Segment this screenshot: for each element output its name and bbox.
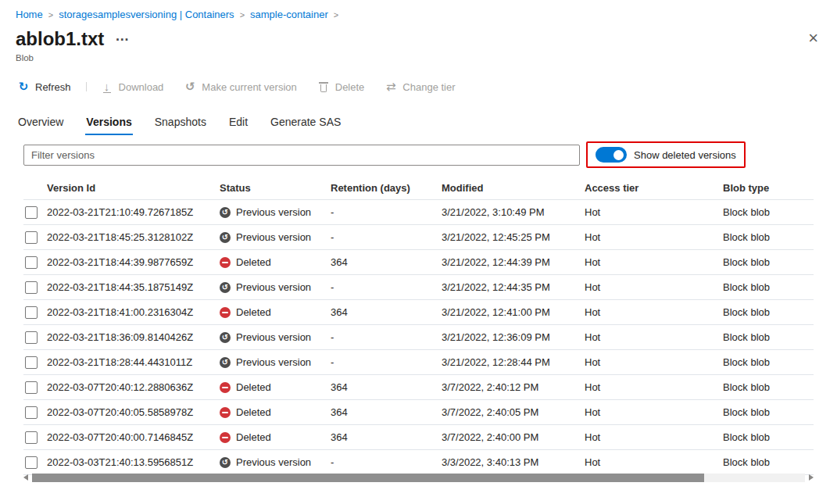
toggle-knob	[613, 150, 624, 160]
status-cell: Deleted	[220, 256, 331, 268]
previous-version-icon	[220, 282, 231, 293]
checkbox-cell	[23, 281, 47, 294]
snapshots[interactable]: Snapshots	[154, 114, 207, 135]
column-header-status[interactable]: Status	[220, 182, 331, 194]
scrollbar-right-arrow-icon[interactable]	[809, 474, 814, 481]
column-header-modified[interactable]: Modified	[442, 182, 585, 194]
refresh-icon	[17, 80, 30, 93]
column-header-access-tier[interactable]: Access tier	[585, 182, 723, 194]
versions-table-body: 2022-03-21T21:10:49.7267185Z Previous ve…	[23, 199, 814, 475]
scrollbar-thumb[interactable]	[32, 474, 704, 482]
status-label: Previous version	[236, 356, 311, 368]
breadcrumb-link[interactable]: storagesamplesversioning | Containers	[59, 9, 234, 20]
table-row[interactable]: 2022-03-21T18:45:25.3128102Z Previous ve…	[23, 225, 814, 250]
version-id-cell: 2022-03-21T18:44:35.1875149Z	[47, 281, 220, 293]
row-checkbox[interactable]	[25, 356, 38, 369]
status-label: Previous version	[236, 456, 311, 468]
modified-cell: 3/7/2022, 2:40:00 PM	[442, 431, 585, 443]
status-label: Deleted	[236, 306, 271, 318]
breadcrumb-item: storagesamplesversioning | Containers	[59, 9, 250, 20]
change-tier[interactable]: Change tier	[385, 80, 455, 93]
modified-cell: 3/21/2022, 12:28:44 PM	[442, 356, 585, 368]
access-tier-cell: Hot	[585, 256, 723, 268]
checkbox-cell	[23, 306, 47, 319]
status-cell: Previous version	[220, 206, 331, 218]
access-tier-cell: Hot	[585, 206, 723, 218]
row-checkbox[interactable]	[25, 306, 38, 319]
access-tier-cell: Hot	[585, 406, 723, 418]
table-row[interactable]: 2022-03-07T20:40:05.5858978Z Deleted 364…	[23, 400, 814, 425]
row-checkbox[interactable]	[25, 406, 38, 419]
show-deleted-toggle[interactable]	[596, 147, 627, 163]
access-tier-cell: Hot	[585, 231, 723, 243]
modified-cell: 3/21/2022, 3:10:49 PM	[442, 206, 585, 218]
version-id-cell: 2022-03-07T20:40:00.7146845Z	[47, 431, 220, 443]
breadcrumb-link[interactable]: sample-container	[250, 9, 328, 20]
show-deleted-label: Show deleted versions	[634, 149, 736, 161]
filter-versions-input[interactable]	[23, 145, 580, 166]
blob-type-cell: Block blob	[723, 206, 814, 218]
blob-type-cell: Block blob	[723, 231, 814, 243]
close-icon[interactable]: ×	[808, 30, 818, 47]
scrollbar-track[interactable]	[32, 474, 805, 482]
table-row[interactable]: 2022-03-07T20:40:00.7146845Z Deleted 364…	[23, 425, 814, 450]
download[interactable]: Download	[101, 80, 164, 93]
access-tier-cell: Hot	[585, 431, 723, 443]
table-row[interactable]: 2022-03-21T18:44:35.1875149Z Previous ve…	[23, 275, 814, 300]
delete[interactable]: Delete	[317, 80, 365, 93]
deleted-icon	[220, 432, 231, 443]
table-row[interactable]: 2022-03-21T18:28:44.4431011Z Previous ve…	[23, 350, 814, 375]
column-header-blob-type[interactable]: Blob type	[723, 182, 814, 194]
status-cell: Deleted	[220, 406, 331, 418]
table-row[interactable]: 2022-03-21T18:44:39.9877659Z Deleted 364…	[23, 250, 814, 275]
row-checkbox[interactable]	[25, 231, 38, 244]
row-checkbox[interactable]	[25, 431, 38, 444]
breadcrumb-link[interactable]: Home	[16, 9, 43, 20]
retention-cell: -	[331, 331, 442, 343]
scrollbar-left-arrow-icon[interactable]	[23, 474, 28, 481]
checkbox-cell	[23, 356, 47, 369]
blob-type-cell: Block blob	[723, 281, 814, 293]
modified-cell: 3/7/2022, 2:40:05 PM	[442, 406, 585, 418]
more-options-icon[interactable]: …	[115, 28, 130, 44]
toolbar-item-label: Download	[119, 81, 164, 93]
row-checkbox[interactable]	[25, 456, 38, 469]
previous-version-icon	[220, 332, 231, 343]
row-checkbox[interactable]	[25, 381, 38, 394]
download-icon	[101, 80, 113, 93]
refresh[interactable]: Refresh	[17, 80, 71, 93]
row-checkbox[interactable]	[25, 281, 38, 294]
checkbox-cell	[23, 431, 47, 444]
version-id-cell: 2022-03-07T20:40:12.2880636Z	[47, 381, 220, 393]
access-tier-cell: Hot	[585, 306, 723, 318]
table-row[interactable]: 2022-03-21T18:41:00.2316304Z Deleted 364…	[23, 300, 814, 325]
show-deleted-highlight-box: Show deleted versions	[586, 141, 746, 168]
table-row[interactable]: 2022-03-07T20:40:12.2880636Z Deleted 364…	[23, 375, 814, 400]
column-header-version-id[interactable]: Version Id	[47, 182, 220, 194]
modified-cell: 3/21/2022, 12:45:25 PM	[442, 231, 585, 243]
edit[interactable]: Edit	[228, 114, 249, 135]
row-checkbox[interactable]	[25, 206, 38, 219]
blob-type-cell: Block blob	[723, 356, 814, 368]
checkbox-cell	[23, 331, 47, 344]
row-checkbox[interactable]	[25, 331, 38, 344]
status-label: Deleted	[236, 406, 271, 418]
deleted-icon	[220, 307, 231, 318]
column-header-retention[interactable]: Retention (days)	[331, 182, 442, 194]
resource-type-label: Blob	[16, 53, 34, 63]
overview[interactable]: Overview	[17, 114, 64, 135]
make-current-version[interactable]: Make current version	[184, 80, 296, 93]
toolbar-item-label: Delete	[335, 81, 365, 93]
table-row[interactable]: 2022-03-21T18:36:09.8140426Z Previous ve…	[23, 325, 814, 350]
status-cell: Previous version	[220, 356, 331, 368]
filter-row: Show deleted versions	[23, 141, 746, 168]
row-checkbox[interactable]	[25, 256, 38, 269]
version-id-cell: 2022-03-21T18:28:44.4431011Z	[47, 356, 220, 368]
versions[interactable]: Versions	[85, 114, 132, 135]
status-label: Deleted	[236, 381, 271, 393]
breadcrumb-item: sample-container	[250, 9, 344, 20]
previous-version-icon	[220, 232, 231, 243]
table-row[interactable]: 2022-03-21T21:10:49.7267185Z Previous ve…	[23, 200, 814, 225]
generate-sas[interactable]: Generate SAS	[270, 114, 342, 135]
status-label: Deleted	[236, 256, 271, 268]
